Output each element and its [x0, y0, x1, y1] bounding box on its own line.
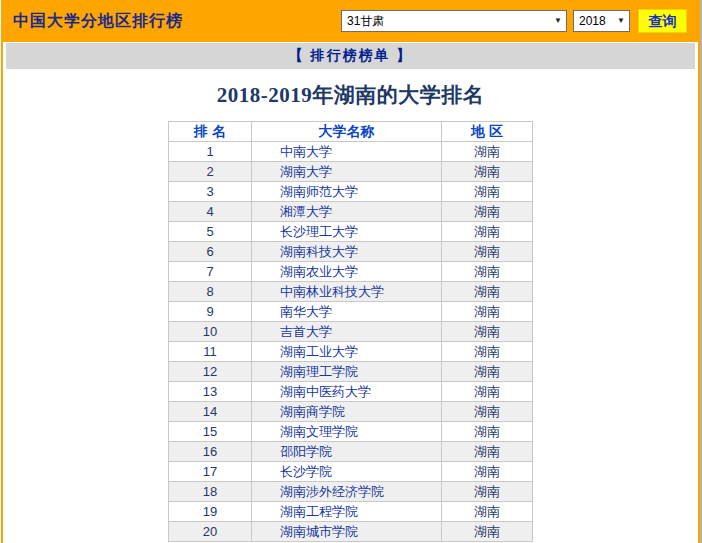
university-link[interactable]: 吉首大学	[280, 324, 332, 339]
rank-cell: 8	[169, 282, 252, 302]
table-row: 15 湖南文理学院 湖南	[169, 422, 533, 442]
rank-cell: 1	[169, 142, 252, 162]
university-link[interactable]: 长沙学院	[280, 464, 332, 479]
region-cell: 湖南	[442, 182, 533, 202]
university-link[interactable]: 湖南师范大学	[280, 184, 358, 199]
rank-cell: 13	[169, 382, 252, 402]
page-title: 中国大学分地区排行榜	[13, 11, 335, 32]
ranking-nav-strip: 【 排行榜榜单 】	[6, 43, 695, 69]
university-link[interactable]: 湘潭大学	[280, 204, 332, 219]
region-cell: 湖南	[442, 162, 533, 182]
region-cell: 湖南	[442, 142, 533, 162]
university-cell: 长沙理工大学	[252, 222, 442, 242]
university-link[interactable]: 湖南大学	[280, 164, 332, 179]
university-link[interactable]: 湖南科技大学	[280, 244, 358, 259]
university-cell: 南华大学	[252, 302, 442, 322]
university-link[interactable]: 湖南中医药大学	[280, 384, 371, 399]
region-cell: 湖南	[442, 382, 533, 402]
table-row: 7 湖南农业大学 湖南	[169, 262, 533, 282]
table-row: 18 湖南涉外经济学院 湖南	[169, 482, 533, 502]
rank-cell: 18	[169, 482, 252, 502]
university-cell: 中南大学	[252, 142, 442, 162]
rank-cell: 2	[169, 162, 252, 182]
university-cell: 湖南文理学院	[252, 422, 442, 442]
year-select[interactable]: 2018	[573, 10, 630, 32]
table-row: 13 湖南中医药大学 湖南	[169, 382, 533, 402]
university-cell: 湖南涉外经济学院	[252, 482, 442, 502]
university-cell: 湖南工程学院	[252, 502, 442, 522]
table-row: 19 湖南工程学院 湖南	[169, 502, 533, 522]
rank-cell: 16	[169, 442, 252, 462]
rank-cell: 19	[169, 502, 252, 522]
table-row: 14 湖南商学院 湖南	[169, 402, 533, 422]
university-cell: 湖南农业大学	[252, 262, 442, 282]
region-cell: 湖南	[442, 322, 533, 342]
ranking-title: 2018-2019年湖南的大学排名	[3, 81, 698, 109]
region-select[interactable]: 31甘肃	[341, 10, 567, 32]
university-link[interactable]: 南华大学	[280, 304, 332, 319]
table-row: 3 湖南师范大学 湖南	[169, 182, 533, 202]
query-button[interactable]: 查询	[638, 9, 687, 33]
ranking-list-link[interactable]: 【 排行榜榜单 】	[289, 47, 413, 65]
region-select-wrap: 31甘肃 ▼	[341, 10, 567, 32]
table-row: 12 湖南理工学院 湖南	[169, 362, 533, 382]
top-header-bar: 中国大学分地区排行榜 31甘肃 ▼ 2018 ▼ 查询	[3, 0, 698, 42]
rank-cell: 5	[169, 222, 252, 242]
university-cell: 吉首大学	[252, 322, 442, 342]
rank-cell: 7	[169, 262, 252, 282]
university-cell: 邵阳学院	[252, 442, 442, 462]
region-column-header: 地 区	[442, 122, 533, 142]
table-row: 6 湖南科技大学 湖南	[169, 242, 533, 262]
university-link[interactable]: 邵阳学院	[280, 444, 332, 459]
university-link[interactable]: 湖南工程学院	[280, 504, 358, 519]
university-cell: 湖南大学	[252, 162, 442, 182]
university-link[interactable]: 中南林业科技大学	[280, 284, 384, 299]
university-link[interactable]: 湖南涉外经济学院	[280, 484, 384, 499]
region-cell: 湖南	[442, 202, 533, 222]
university-link[interactable]: 长沙理工大学	[280, 224, 358, 239]
university-cell: 湖南工业大学	[252, 342, 442, 362]
table-row: 1 中南大学 湖南	[169, 142, 533, 162]
rank-column-header: 排 名	[169, 122, 252, 142]
region-cell: 湖南	[442, 462, 533, 482]
region-cell: 湖南	[442, 242, 533, 262]
table-row: 11 湖南工业大学 湖南	[169, 342, 533, 362]
university-cell: 湖南城市学院	[252, 522, 442, 542]
table-row: 8 中南林业科技大学 湖南	[169, 282, 533, 302]
region-cell: 湖南	[442, 362, 533, 382]
university-link[interactable]: 湖南城市学院	[280, 524, 358, 539]
region-cell: 湖南	[442, 502, 533, 522]
region-cell: 湖南	[442, 442, 533, 462]
region-cell: 湖南	[442, 302, 533, 322]
region-cell: 湖南	[442, 282, 533, 302]
university-cell: 湖南商学院	[252, 402, 442, 422]
region-cell: 湖南	[442, 342, 533, 362]
rank-cell: 17	[169, 462, 252, 482]
university-column-header: 大学名称	[252, 122, 442, 142]
university-link[interactable]: 湖南农业大学	[280, 264, 358, 279]
region-cell: 湖南	[442, 402, 533, 422]
university-cell: 湖南师范大学	[252, 182, 442, 202]
rank-cell: 3	[169, 182, 252, 202]
table-row: 16 邵阳学院 湖南	[169, 442, 533, 462]
rank-cell: 20	[169, 522, 252, 542]
university-link[interactable]: 湖南理工学院	[280, 364, 358, 379]
rank-cell: 9	[169, 302, 252, 322]
region-cell: 湖南	[442, 482, 533, 502]
rank-cell: 6	[169, 242, 252, 262]
rank-cell: 10	[169, 322, 252, 342]
region-cell: 湖南	[442, 522, 533, 542]
university-link[interactable]: 中南大学	[280, 144, 332, 159]
university-link[interactable]: 湖南文理学院	[280, 424, 358, 439]
university-link[interactable]: 湖南商学院	[280, 404, 345, 419]
university-cell: 中南林业科技大学	[252, 282, 442, 302]
table-row: 2 湖南大学 湖南	[169, 162, 533, 182]
region-cell: 湖南	[442, 262, 533, 282]
table-header-row: 排 名 大学名称 地 区	[169, 122, 533, 142]
ranking-table: 排 名 大学名称 地 区 1 中南大学 湖南 2 湖南大学 湖南 3 湖南师范大…	[168, 121, 533, 542]
university-link[interactable]: 湖南工业大学	[280, 344, 358, 359]
university-cell: 湖南科技大学	[252, 242, 442, 262]
university-cell: 湖南中医药大学	[252, 382, 442, 402]
table-row: 10 吉首大学 湖南	[169, 322, 533, 342]
university-cell: 湖南理工学院	[252, 362, 442, 382]
